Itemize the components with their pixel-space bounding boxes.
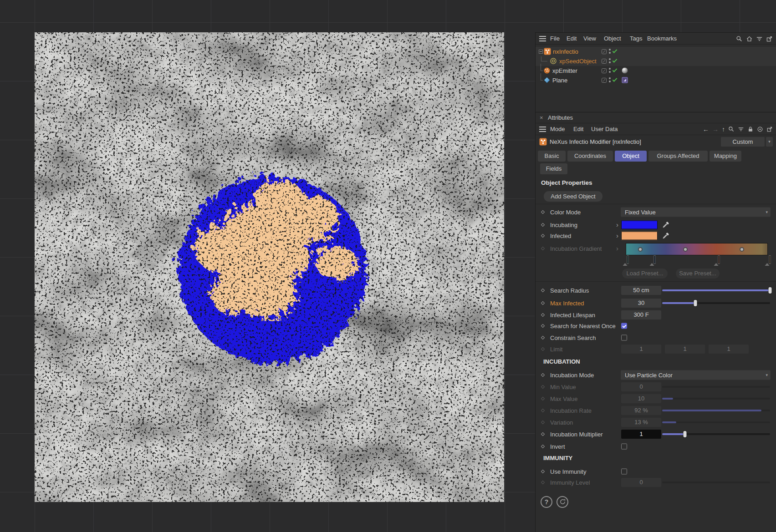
up-level-icon[interactable]: ↑ bbox=[722, 126, 725, 132]
visibility-dots-toggle[interactable] bbox=[609, 68, 611, 73]
tab-mapping[interactable]: Mapping bbox=[710, 151, 741, 162]
viewport-render[interactable] bbox=[35, 32, 504, 502]
keyframe-diamond-icon[interactable] bbox=[541, 313, 545, 317]
incubating-color-swatch[interactable] bbox=[621, 221, 658, 229]
menu-object[interactable]: Object bbox=[604, 33, 621, 45]
incubation-rate-input[interactable]: 92 % bbox=[621, 406, 661, 415]
menu-bookmarks[interactable]: Bookmarks bbox=[647, 33, 677, 45]
keyframe-diamond-icon[interactable] bbox=[541, 223, 545, 227]
add-seed-object-button[interactable]: Add Seed Object bbox=[544, 191, 602, 202]
history-forward-icon[interactable]: → bbox=[712, 126, 719, 132]
track-focus-icon[interactable] bbox=[757, 126, 763, 132]
keyframe-diamond-icon[interactable] bbox=[541, 289, 545, 292]
incubation-gradient-bar[interactable] bbox=[626, 243, 768, 255]
panel-menu-icon[interactable] bbox=[539, 127, 546, 132]
layer-toggle-icon[interactable] bbox=[602, 49, 607, 54]
min-value-slider[interactable] bbox=[662, 383, 770, 390]
menu-edit[interactable]: Edit bbox=[573, 123, 583, 135]
keyframe-diamond-icon[interactable] bbox=[541, 234, 545, 238]
constrain-search-checkbox[interactable] bbox=[621, 335, 627, 341]
keyframe-diamond-icon[interactable] bbox=[541, 445, 545, 448]
enabled-check-icon[interactable] bbox=[613, 58, 618, 63]
load-preset-button[interactable]: Load Preset... bbox=[622, 269, 668, 279]
popout-icon[interactable] bbox=[766, 35, 773, 42]
keyframe-diamond-icon[interactable] bbox=[541, 324, 545, 328]
color-mode-dropdown[interactable]: Fixed Value▾ bbox=[621, 208, 771, 217]
max-value-input[interactable]: 10 bbox=[621, 394, 661, 403]
layer-toggle-icon[interactable] bbox=[602, 59, 607, 64]
slider-handle[interactable] bbox=[694, 300, 697, 306]
gradient-knot[interactable] bbox=[638, 247, 643, 252]
object-name[interactable]: xpSeedObject bbox=[559, 56, 597, 66]
visibility-dots-toggle[interactable] bbox=[609, 49, 611, 54]
incubation-multiplier-slider[interactable] bbox=[662, 431, 770, 438]
tab-basic[interactable]: Basic bbox=[538, 151, 566, 162]
immunity-level-input[interactable]: 0 bbox=[621, 478, 661, 487]
menu-tags[interactable]: Tags bbox=[630, 33, 642, 45]
tree-row-xpseedobject[interactable]: xpSeedObject bbox=[536, 56, 776, 66]
invert-checkbox[interactable] bbox=[621, 444, 627, 450]
search-nearest-checkbox[interactable] bbox=[621, 323, 627, 329]
popout-icon[interactable] bbox=[766, 126, 773, 132]
tree-row-nxinfectio[interactable]: nxInfectio bbox=[536, 47, 776, 56]
preset-dropdown[interactable]: Custom bbox=[721, 137, 765, 147]
home-icon[interactable] bbox=[746, 35, 753, 42]
search-radius-input[interactable]: 50 cm bbox=[621, 286, 661, 295]
search-radius-slider[interactable] bbox=[662, 287, 770, 294]
infected-color-swatch[interactable] bbox=[621, 232, 658, 240]
tab-object[interactable]: Object bbox=[615, 151, 647, 162]
slider-handle[interactable] bbox=[683, 431, 686, 437]
expand-chevron-icon[interactable]: › bbox=[616, 232, 618, 239]
incubation-mode-dropdown[interactable]: Use Particle Color▾ bbox=[621, 370, 771, 380]
infected-lifespan-input[interactable]: 300 F bbox=[621, 310, 661, 319]
enabled-check-icon[interactable] bbox=[613, 48, 618, 53]
filter-icon[interactable] bbox=[738, 126, 744, 132]
object-name[interactable]: nxInfectio bbox=[553, 47, 578, 56]
display-tag-icon[interactable] bbox=[621, 76, 628, 84]
tree-row-xpemitter[interactable]: xpEmitter bbox=[536, 66, 776, 76]
eyedropper-icon[interactable] bbox=[662, 232, 669, 239]
menu-view[interactable]: View bbox=[583, 33, 596, 45]
incubation-rate-slider[interactable] bbox=[662, 407, 770, 414]
min-value-input[interactable]: 0 bbox=[621, 382, 661, 391]
gradient-stop-marker[interactable] bbox=[765, 256, 771, 263]
save-preset-button[interactable]: Save Preset... bbox=[676, 269, 720, 279]
history-back-icon[interactable]: ← bbox=[703, 126, 709, 132]
reset-button[interactable] bbox=[556, 496, 568, 508]
menu-file[interactable]: File bbox=[550, 33, 560, 45]
limit-x-input[interactable]: 1 bbox=[621, 345, 661, 354]
gradient-knot[interactable] bbox=[740, 247, 744, 252]
search-icon[interactable] bbox=[728, 126, 735, 132]
tree-row-plane[interactable]: Plane bbox=[536, 76, 776, 85]
keyframe-diamond-icon[interactable] bbox=[541, 373, 545, 377]
enabled-check-icon[interactable] bbox=[613, 67, 618, 72]
texture-tag-icon[interactable] bbox=[621, 67, 628, 74]
menu-mode[interactable]: Mode bbox=[550, 123, 565, 135]
lock-icon[interactable] bbox=[747, 126, 754, 132]
use-immunity-checkbox[interactable] bbox=[621, 469, 627, 475]
gradient-knot[interactable] bbox=[683, 247, 688, 252]
panel-menu-icon[interactable] bbox=[539, 36, 546, 41]
layer-toggle-icon[interactable] bbox=[602, 78, 607, 83]
gradient-stop-marker[interactable] bbox=[650, 256, 656, 263]
tab-groups-affected[interactable]: Groups Affected bbox=[648, 151, 708, 162]
variation-input[interactable]: 13 % bbox=[621, 418, 661, 427]
keyframe-diamond-icon[interactable] bbox=[541, 432, 545, 436]
expand-chevron-icon[interactable]: › bbox=[616, 221, 618, 228]
layer-toggle-icon[interactable] bbox=[602, 68, 607, 73]
menu-user-data[interactable]: User Data bbox=[591, 123, 618, 135]
expand-chevron-icon[interactable]: › bbox=[616, 244, 618, 252]
keyframe-diamond-icon[interactable] bbox=[541, 470, 545, 473]
help-button[interactable]: ? bbox=[541, 496, 552, 508]
incubation-multiplier-input[interactable]: 1 bbox=[621, 430, 661, 439]
filter-icon[interactable] bbox=[756, 35, 763, 42]
immunity-level-slider[interactable] bbox=[662, 479, 770, 486]
collapse-expander-icon[interactable] bbox=[539, 50, 543, 54]
gradient-stop-marker[interactable] bbox=[714, 256, 720, 263]
visibility-dots-toggle[interactable] bbox=[609, 77, 611, 82]
keyframe-diamond-icon[interactable] bbox=[541, 336, 545, 339]
gradient-stop-marker[interactable] bbox=[623, 256, 629, 263]
object-name[interactable]: xpEmitter bbox=[552, 66, 577, 76]
menu-edit[interactable]: Edit bbox=[567, 33, 577, 45]
keyframe-diamond-icon[interactable] bbox=[541, 301, 545, 305]
